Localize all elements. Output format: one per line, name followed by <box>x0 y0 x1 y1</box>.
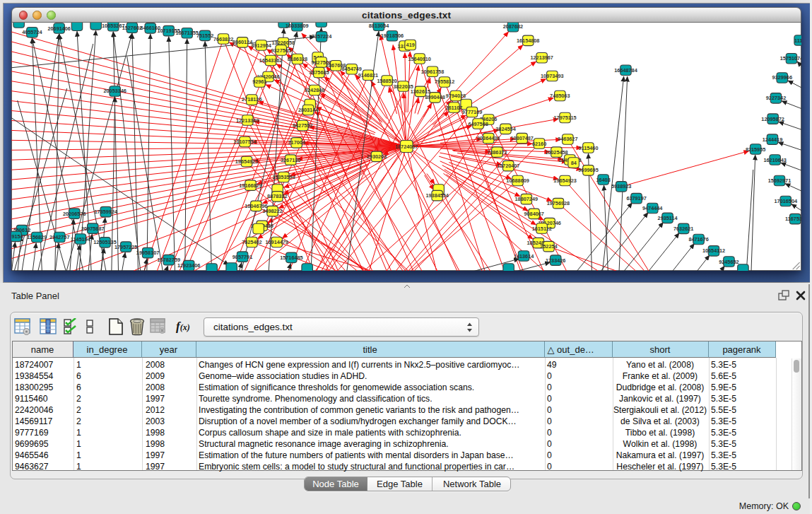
svg-text:19384554: 19384554 <box>426 192 449 199</box>
svg-text:17859924: 17859924 <box>95 209 118 215</box>
svg-text:84: 84 <box>571 160 577 166</box>
svg-text:19756928: 19756928 <box>547 200 570 206</box>
svg-text:4055724: 4055724 <box>22 29 42 35</box>
svg-text:8860124: 8860124 <box>233 39 253 45</box>
svg-text:1733426: 1733426 <box>546 257 565 264</box>
svg-text:9474444: 9474444 <box>642 205 663 211</box>
svg-text:7386372: 7386372 <box>487 149 507 156</box>
svg-text:7663822: 7663822 <box>213 36 233 42</box>
svg-text:20691406: 20691406 <box>48 25 71 32</box>
svg-text:16403: 16403 <box>596 177 611 183</box>
svg-text:10107554: 10107554 <box>234 139 257 145</box>
svg-text:18724007: 18724007 <box>395 144 418 150</box>
svg-text:8813054: 8813054 <box>369 23 389 29</box>
svg-text:8912954: 8912954 <box>252 42 272 49</box>
svg-text:17975115: 17975115 <box>554 115 577 121</box>
svg-text:9327505: 9327505 <box>271 47 291 54</box>
svg-text:1156829: 1156829 <box>27 234 47 240</box>
svg-text:10025458: 10025458 <box>545 149 567 156</box>
svg-text:10973493: 10973493 <box>541 73 563 79</box>
svg-text:10653267: 10653267 <box>102 23 124 29</box>
svg-text:7625402: 7625402 <box>242 239 261 245</box>
svg-text:18807249: 18807249 <box>515 196 538 202</box>
svg-text:9329966: 9329966 <box>772 74 792 81</box>
svg-text:20975887: 20975887 <box>81 226 104 232</box>
svg-text:1167533: 1167533 <box>785 216 801 222</box>
svg-text:12213967: 12213967 <box>531 54 553 61</box>
svg-text:19654925: 19654925 <box>235 158 258 165</box>
svg-text:15353594: 15353594 <box>272 174 295 180</box>
svg-text:19166829: 19166829 <box>240 182 262 189</box>
svg-text:19958107: 19958107 <box>136 250 159 256</box>
svg-text:751552: 751552 <box>196 33 213 39</box>
svg-text:2718126: 2718126 <box>242 96 261 103</box>
svg-text:9463627: 9463627 <box>558 136 577 142</box>
svg-text:9227342: 9227342 <box>766 95 786 101</box>
svg-text:12923406: 12923406 <box>177 262 200 269</box>
svg-text:252254: 252254 <box>541 243 558 250</box>
svg-text:9146821: 9146821 <box>358 72 378 78</box>
svg-text:16154808: 16154808 <box>517 37 539 44</box>
svg-text:12095872: 12095872 <box>762 116 784 122</box>
svg-text:16914479: 16914479 <box>266 239 288 245</box>
svg-text:7632621: 7632621 <box>673 226 693 232</box>
svg-text:1112: 1112 <box>794 37 801 44</box>
svg-text:2803144: 2803144 <box>298 107 319 113</box>
svg-text:7485063: 7485063 <box>550 93 570 99</box>
svg-text:8878332: 8878332 <box>267 193 287 199</box>
svg-text:10961758: 10961758 <box>421 69 444 75</box>
svg-text:8215955: 8215955 <box>746 146 765 153</box>
svg-text:9699695: 9699695 <box>579 167 599 173</box>
svg-text:3824554: 3824554 <box>496 126 517 132</box>
svg-text:2942757: 2942757 <box>49 234 69 240</box>
svg-text:6497568: 6497568 <box>469 121 488 127</box>
svg-text:9777169: 9777169 <box>462 109 482 115</box>
svg-text:20364436: 20364436 <box>477 135 500 141</box>
svg-text:8427552: 8427552 <box>293 122 312 129</box>
svg-text:1527602: 1527602 <box>122 25 142 31</box>
svg-text:92961: 92961 <box>252 78 266 85</box>
svg-text:16210643: 16210643 <box>764 157 787 163</box>
svg-text:15720407: 15720407 <box>497 163 519 169</box>
svg-text:9794028: 9794028 <box>446 93 466 99</box>
svg-text:16648784: 16648784 <box>615 67 638 74</box>
svg-text:1244419: 1244419 <box>763 136 782 143</box>
svg-text:8186328: 8186328 <box>288 56 307 62</box>
svg-text:8990448: 8990448 <box>425 94 445 100</box>
svg-text:5938923: 5938923 <box>611 183 631 189</box>
svg-text:1413614: 1413614 <box>514 253 534 259</box>
svg-text:16033809: 16033809 <box>286 23 308 29</box>
svg-text:161107: 161107 <box>446 105 463 111</box>
svg-text:19654923: 19654923 <box>554 177 577 184</box>
svg-text:6379197: 6379197 <box>627 195 647 201</box>
svg-text:15692971: 15692971 <box>768 177 791 184</box>
svg-text:9242848: 9242848 <box>305 87 324 93</box>
svg-text:1615112: 1615112 <box>532 226 552 232</box>
svg-text:7955812: 7955812 <box>435 78 454 85</box>
svg-text:2935114: 2935114 <box>658 215 678 221</box>
svg-text:419: 419 <box>406 42 415 48</box>
svg-text:3498222: 3498222 <box>263 208 283 214</box>
svg-text:9084067: 9084067 <box>524 211 544 217</box>
svg-text:10688609: 10688609 <box>507 177 529 184</box>
svg-text:12505135: 12505135 <box>94 239 117 245</box>
svg-text:3267130: 3267130 <box>281 157 300 163</box>
svg-text:8471676: 8471676 <box>689 236 709 243</box>
svg-text:717004: 717004 <box>288 139 306 146</box>
svg-text:20053346: 20053346 <box>104 88 126 94</box>
svg-text:1145194: 1145194 <box>71 236 91 243</box>
svg-text:9245652: 9245652 <box>719 259 739 265</box>
svg-text:15640910: 15640910 <box>408 56 431 62</box>
svg-text:9115460: 9115460 <box>579 145 599 151</box>
svg-text:20206576: 20206576 <box>63 211 86 217</box>
svg-text:15716485: 15716485 <box>280 255 302 261</box>
svg-text:15751074: 15751074 <box>780 55 801 62</box>
svg-text:16671355: 16671355 <box>176 30 199 36</box>
svg-text:3875685: 3875685 <box>309 69 329 76</box>
svg-text:2087682: 2087682 <box>503 23 523 30</box>
svg-text:19218506: 19218506 <box>381 33 404 39</box>
svg-text:62160: 62160 <box>532 141 546 147</box>
svg-text:7357224: 7357224 <box>312 33 332 40</box>
svg-text:39154: 39154 <box>11 233 24 240</box>
svg-text:10807487: 10807487 <box>511 135 534 141</box>
